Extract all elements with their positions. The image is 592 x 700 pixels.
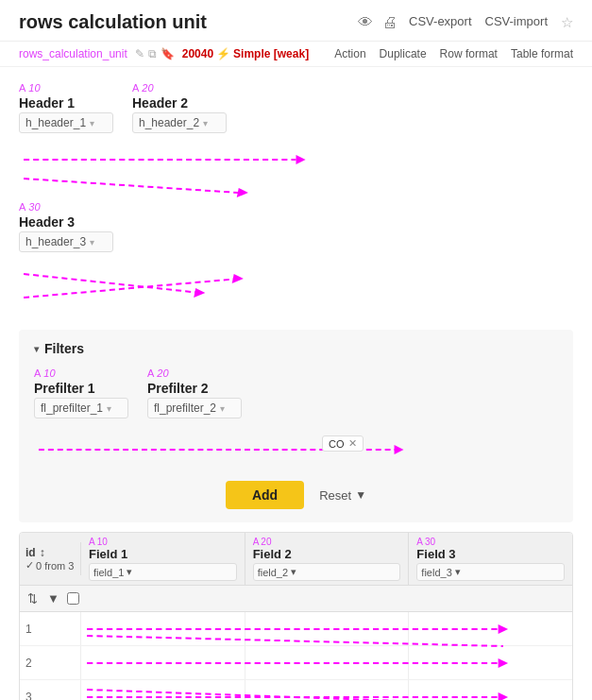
header-field-1: A 10 Header 1 h_header_1 ▾ (19, 82, 113, 133)
header2-chevron-icon: ▾ (203, 118, 208, 128)
col-header-2: A 20 Field 2 field_2 ▾ (245, 533, 410, 585)
pf1-name: Prefilter 1 (34, 381, 128, 396)
header3-type-num: 30 (28, 201, 40, 213)
header1-type-num: 10 (28, 82, 40, 94)
header3-name: Header 3 (19, 214, 113, 230)
badge-icon: ⚡ (216, 47, 230, 60)
sort-icon[interactable]: ↕ (40, 546, 45, 559)
col1-chevron: ▾ (127, 566, 132, 578)
col1-type-icon: A (89, 537, 95, 547)
col1-name: Field 1 (89, 547, 237, 561)
col3-chevron: ▾ (455, 566, 461, 578)
row-2-cell-1 (81, 646, 245, 679)
pf2-type-icon: A (147, 367, 154, 379)
table-format-button[interactable]: Table format (511, 47, 573, 60)
check-icon: ✓ (25, 559, 34, 572)
open-icon[interactable]: ⧉ (148, 47, 157, 60)
row-1-cell-3 (409, 612, 572, 645)
pf2-field-select[interactable]: fl_prefilter_2 ▾ (147, 398, 242, 418)
col1-type-num: 10 (97, 537, 108, 547)
col1-field-select[interactable]: field_1 ▾ (89, 563, 237, 581)
header-row-2: A 30 Header 3 h_header_3 ▾ (19, 201, 573, 252)
table-row: 1 (20, 612, 572, 646)
page-title: rows calculation unit (19, 11, 347, 33)
col3-name: Field 3 (416, 547, 565, 561)
row-2-cell-2 (245, 646, 410, 679)
table-controls-row: ⇅ ▼ (20, 586, 572, 612)
filter-fields-row: A 10 Prefilter 1 fl_prefilter_1 ▾ A 20 P… (34, 367, 558, 418)
badge-number: 20040 (182, 47, 213, 60)
filter-control-button[interactable]: ▼ (45, 589, 61, 607)
subtitle-icons: ✎ ⧉ 🔖 (135, 47, 175, 60)
row-1-num: 1 (20, 612, 81, 645)
col-header-3: A 30 Field 3 field_3 ▾ (409, 533, 572, 585)
csv-export-button[interactable]: CSV-export (409, 14, 471, 31)
id-label: id (25, 546, 36, 559)
prefilter-field-1: A 10 Prefilter 1 fl_prefilter_1 ▾ (34, 367, 128, 418)
header1-field-select[interactable]: h_header_1 ▾ (19, 112, 113, 133)
row-format-button[interactable]: Row format (440, 47, 498, 60)
pf1-chevron-icon: ▾ (107, 403, 111, 414)
header2-field-select[interactable]: h_header_2 ▾ (132, 112, 227, 133)
col2-field-select[interactable]: field_2 ▾ (253, 563, 401, 581)
col-header-1: A 10 Field 1 field_1 ▾ (81, 533, 245, 585)
table-section: id ↕ ✓ 0 from 3 A 10 Field 1 field_1 ▾ (19, 532, 573, 700)
svg-marker-7 (232, 274, 244, 283)
header-arrows-2 (19, 260, 573, 316)
add-button[interactable]: Add (226, 481, 304, 509)
table-body: 1 2 3 (20, 612, 572, 700)
subtitle-row: rows_calculation_unit ✎ ⧉ 🔖 20040 ⚡ Simp… (0, 42, 592, 67)
filter-delete-icon[interactable]: ✕ (348, 437, 357, 450)
duplicate-button[interactable]: Duplicate (380, 47, 427, 60)
row-1-cell-2 (245, 612, 410, 645)
filters-header[interactable]: ▾ Filters (34, 341, 558, 356)
eye-icon[interactable]: 👁 (358, 14, 373, 31)
top-bar-actions: CSV-export CSV-import ☆ (409, 14, 573, 31)
table-id-label: id ↕ (25, 546, 75, 559)
status-badge: 20040 ⚡ Simple [weak] (182, 47, 309, 60)
svg-marker-1 (296, 155, 306, 164)
filters-title: Filters (44, 341, 84, 356)
top-bar-icons: 👁 🖨 (358, 14, 397, 31)
star-icon[interactable]: ☆ (561, 14, 573, 31)
header-field-2: A 20 Header 2 h_header_2 ▾ (132, 82, 227, 133)
pf1-field-select[interactable]: fl_prefilter_1 ▾ (34, 398, 128, 418)
top-bar: rows calculation unit 👁 🖨 CSV-export CSV… (0, 0, 592, 42)
sort-control-button[interactable]: ⇅ (25, 589, 40, 607)
record-link[interactable]: rows_calculation_unit (19, 47, 127, 60)
row-3-cell-2 (245, 680, 410, 700)
reset-filter-icon: ▼ (355, 488, 366, 502)
reset-button[interactable]: Reset ▼ (319, 488, 366, 503)
pf2-field-value: fl_prefilter_2 (154, 401, 216, 415)
pf1-type-num: 10 (43, 367, 55, 379)
table-row: 3 (20, 680, 572, 700)
action-button[interactable]: Action (334, 47, 365, 60)
svg-line-2 (24, 179, 239, 193)
row-3-cell-3 (409, 680, 572, 700)
svg-marker-9 (395, 445, 404, 454)
subtitle-actions: Action Duplicate Row format Table format (334, 47, 573, 60)
col2-chevron: ▾ (291, 566, 296, 578)
header-row-1: A 10 Header 1 h_header_1 ▾ A 20 Header 2… (19, 82, 573, 133)
svg-marker-3 (237, 188, 248, 197)
table-from-row: ✓ 0 from 3 (25, 559, 75, 572)
col2-type-icon: A (253, 537, 260, 547)
pf1-field-value: fl_prefilter_1 (41, 401, 103, 415)
add-reset-row: Add Reset ▼ (34, 481, 558, 509)
col1-type-label: A 10 (89, 537, 237, 547)
header-field-3: A 30 Header 3 h_header_3 ▾ (19, 201, 113, 252)
bookmark-icon[interactable]: 🔖 (161, 47, 175, 60)
csv-import-button[interactable]: CSV-import (485, 14, 548, 31)
col3-type-icon: A (416, 537, 423, 547)
filters-section: ▾ Filters A 10 Prefilter 1 fl_prefilter_… (19, 330, 573, 522)
edit-icon[interactable]: ✎ (135, 47, 144, 60)
reset-label: Reset (319, 488, 351, 503)
row-2-num: 2 (20, 646, 81, 679)
header3-field-select[interactable]: h_header_3 ▾ (19, 231, 113, 252)
header1-name: Header 1 (19, 95, 113, 111)
header3-type-icon: A (19, 201, 25, 213)
table-id-col: id ↕ ✓ 0 from 3 (20, 542, 81, 575)
col3-field-select[interactable]: field_3 ▾ (416, 563, 565, 581)
print-icon[interactable]: 🖨 (382, 14, 397, 31)
select-all-checkbox[interactable] (67, 592, 79, 605)
